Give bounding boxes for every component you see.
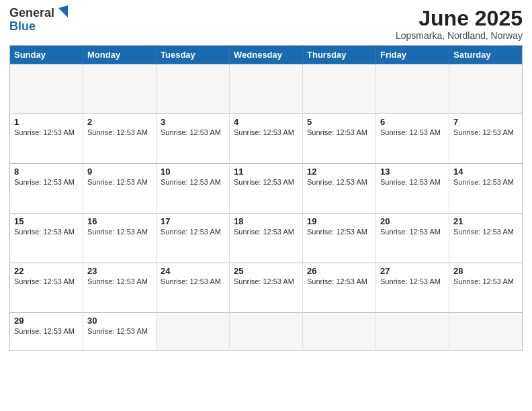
sunrise-info: Sunrise: 12:53 AM: [87, 178, 152, 186]
table-row: 23Sunrise: 12:53 AM: [83, 263, 157, 313]
day-number: 20: [380, 216, 445, 226]
day-number: 9: [87, 167, 152, 177]
day-number: 21: [453, 216, 518, 226]
sunrise-info: Sunrise: 12:53 AM: [87, 228, 152, 236]
table-row: 4Sunrise: 12:53 AM: [230, 114, 303, 164]
table-row: 22Sunrise: 12:53 AM: [10, 263, 83, 313]
calendar-table: Sunday Monday Tuesday Wednesday Thursday…: [9, 45, 523, 351]
table-row: 8Sunrise: 12:53 AM: [10, 164, 83, 214]
table-row: [303, 313, 376, 351]
calendar-week-row: 29Sunrise: 12:53 AM30Sunrise: 12:53 AM: [10, 313, 523, 351]
sunrise-info: Sunrise: 12:53 AM: [307, 128, 371, 136]
sunrise-info: Sunrise: 12:53 AM: [380, 178, 445, 186]
table-row: 6Sunrise: 12:53 AM: [376, 114, 449, 164]
sunrise-info: Sunrise: 12:53 AM: [161, 178, 225, 186]
sunrise-info: Sunrise: 12:53 AM: [453, 277, 518, 285]
table-row: 2Sunrise: 12:53 AM: [83, 114, 157, 164]
sunrise-info: Sunrise: 12:53 AM: [14, 277, 79, 285]
day-number: 12: [307, 167, 371, 177]
logo-blue: Blue: [9, 20, 68, 34]
sunrise-info: Sunrise: 12:53 AM: [234, 228, 298, 236]
table-row: [449, 313, 523, 351]
table-row: 16Sunrise: 12:53 AM: [83, 214, 157, 263]
table-row: 5Sunrise: 12:53 AM: [303, 114, 376, 164]
sunrise-info: Sunrise: 12:53 AM: [453, 228, 518, 236]
sunrise-info: Sunrise: 12:53 AM: [307, 277, 371, 285]
table-row: 21Sunrise: 12:53 AM: [449, 214, 523, 263]
logo: General Blue: [9, 7, 68, 34]
table-row: 3Sunrise: 12:53 AM: [157, 114, 230, 164]
day-number: 14: [453, 167, 518, 177]
table-row: [230, 64, 303, 114]
sunrise-info: Sunrise: 12:53 AM: [161, 277, 225, 285]
day-number: 11: [234, 167, 298, 177]
calendar-week-row: [10, 64, 523, 114]
col-thursday: Thursday: [303, 46, 376, 64]
sunrise-info: Sunrise: 12:53 AM: [87, 327, 152, 335]
sunrise-info: Sunrise: 12:53 AM: [453, 128, 518, 136]
table-row: [376, 64, 449, 114]
col-wednesday: Wednesday: [230, 46, 303, 64]
table-row: 11Sunrise: 12:53 AM: [230, 164, 303, 214]
col-monday: Monday: [83, 46, 157, 64]
table-row: 17Sunrise: 12:53 AM: [157, 214, 230, 263]
day-number: 13: [380, 167, 445, 177]
calendar-week-row: 15Sunrise: 12:53 AM16Sunrise: 12:53 AM17…: [10, 214, 523, 263]
table-row: 20Sunrise: 12:53 AM: [376, 214, 449, 263]
day-number: 5: [307, 117, 371, 127]
table-row: 24Sunrise: 12:53 AM: [157, 263, 230, 313]
table-row: 15Sunrise: 12:53 AM: [10, 214, 83, 263]
day-number: 22: [14, 266, 79, 276]
day-number: 6: [380, 117, 445, 127]
title-block: June 2025 Lopsmarka, Nordland, Norway: [396, 7, 523, 41]
calendar-week-row: 8Sunrise: 12:53 AM9Sunrise: 12:53 AM10Su…: [10, 164, 523, 214]
col-tuesday: Tuesday: [157, 46, 230, 64]
table-row: 7Sunrise: 12:53 AM: [449, 114, 523, 164]
sunrise-info: Sunrise: 12:53 AM: [14, 327, 79, 335]
sunrise-info: Sunrise: 12:53 AM: [14, 228, 79, 236]
table-row: 9Sunrise: 12:53 AM: [83, 164, 157, 214]
table-row: 13Sunrise: 12:53 AM: [376, 164, 449, 214]
sunrise-info: Sunrise: 12:53 AM: [234, 277, 298, 285]
calendar-header-row: Sunday Monday Tuesday Wednesday Thursday…: [10, 46, 523, 64]
table-row: 29Sunrise: 12:53 AM: [10, 313, 83, 351]
day-number: 17: [161, 216, 225, 226]
logo-general: General: [9, 7, 54, 20]
table-row: 18Sunrise: 12:53 AM: [230, 214, 303, 263]
table-row: 10Sunrise: 12:53 AM: [157, 164, 230, 214]
table-row: 30Sunrise: 12:53 AM: [83, 313, 157, 351]
day-number: 8: [14, 167, 79, 177]
day-number: 26: [307, 266, 371, 276]
table-row: [157, 64, 230, 114]
sunrise-info: Sunrise: 12:53 AM: [14, 128, 79, 136]
sunrise-info: Sunrise: 12:53 AM: [453, 178, 518, 186]
month-title: June 2025: [396, 7, 523, 30]
table-row: 28Sunrise: 12:53 AM: [449, 263, 523, 313]
svg-marker-0: [58, 5, 68, 17]
table-row: [157, 313, 230, 351]
table-row: 1Sunrise: 12:53 AM: [10, 114, 83, 164]
sunrise-info: Sunrise: 12:53 AM: [234, 128, 298, 136]
sunrise-info: Sunrise: 12:53 AM: [380, 128, 445, 136]
day-number: 2: [87, 117, 152, 127]
table-row: [10, 64, 83, 114]
table-row: 26Sunrise: 12:53 AM: [303, 263, 376, 313]
sunrise-info: Sunrise: 12:53 AM: [161, 228, 225, 236]
table-row: [83, 64, 157, 114]
logo-text: General Blue: [9, 7, 68, 34]
day-number: 24: [161, 266, 225, 276]
sunrise-info: Sunrise: 12:53 AM: [307, 178, 371, 186]
day-number: 7: [453, 117, 518, 127]
day-number: 23: [87, 266, 152, 276]
sunrise-info: Sunrise: 12:53 AM: [161, 128, 225, 136]
day-number: 27: [380, 266, 445, 276]
table-row: 14Sunrise: 12:53 AM: [449, 164, 523, 214]
day-number: 4: [234, 117, 298, 127]
table-row: [376, 313, 449, 351]
table-row: [303, 64, 376, 114]
calendar-week-row: 1Sunrise: 12:53 AM2Sunrise: 12:53 AM3Sun…: [10, 114, 523, 164]
day-number: 28: [453, 266, 518, 276]
day-number: 29: [14, 316, 79, 326]
sunrise-info: Sunrise: 12:53 AM: [87, 128, 152, 136]
day-number: 18: [234, 216, 298, 226]
